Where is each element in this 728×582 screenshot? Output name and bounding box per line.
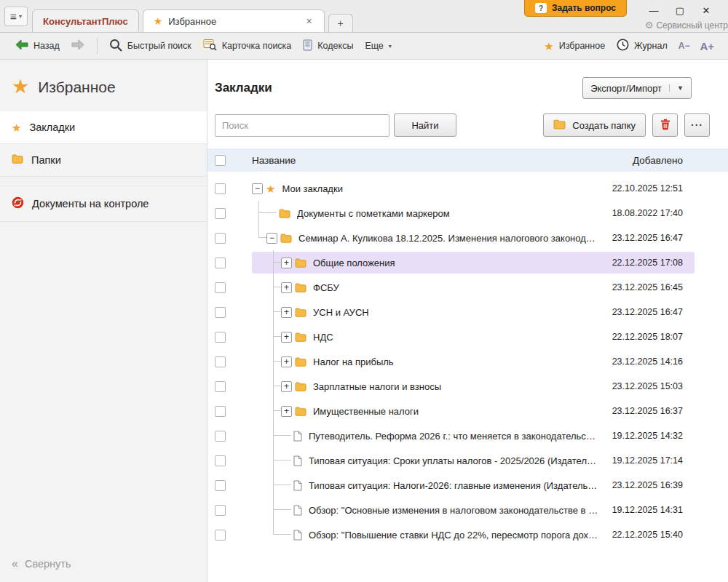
more-menu-button[interactable]: Еще ▾ xyxy=(359,38,397,54)
row-label[interactable]: Налог на прибыль xyxy=(313,356,599,367)
close-tab-icon[interactable]: × xyxy=(305,15,314,27)
row-label[interactable]: Путеводитель. Реформа 2026 г.: что меняе… xyxy=(309,431,599,442)
collapse-node-button[interactable]: − xyxy=(266,233,277,244)
close-button[interactable]: ✕ xyxy=(693,3,719,19)
row-body[interactable]: −★Мои закладки22.10.2025 12:51 xyxy=(252,178,695,199)
row-body[interactable]: Типовая ситуация: Налоги-2026: главные и… xyxy=(252,474,695,496)
tree-row: +Общие положения22.12.2025 17:08 xyxy=(207,250,695,275)
row-label[interactable]: Мои закладки xyxy=(282,183,599,194)
expand-node-button[interactable]: + xyxy=(281,381,292,392)
row-checkbox[interactable] xyxy=(215,406,226,417)
row-body[interactable]: −Семинар А. Куликова 18.12.2025. Изменен… xyxy=(252,227,695,249)
journal-button[interactable]: Журнал xyxy=(611,36,673,56)
tree-guide xyxy=(252,226,266,250)
row-body[interactable]: +ФСБУ23.12.2025 16:45 xyxy=(252,276,695,298)
service-center-link[interactable]: ⚙ Сервисный центр xyxy=(645,20,728,31)
row-body[interactable]: +Налог на прибыль23.12.2025 14:16 xyxy=(252,351,695,372)
row-label[interactable]: Зарплатные налоги и взносы xyxy=(313,381,599,392)
row-checkbox[interactable] xyxy=(215,455,226,466)
tree-guide xyxy=(266,473,281,498)
create-folder-button[interactable]: Создать папку xyxy=(543,113,646,137)
expand-node-button[interactable]: + xyxy=(281,282,292,293)
collapse-sidebar-button[interactable]: « Свернуть xyxy=(12,557,71,570)
row-body[interactable]: Путеводитель. Реформа 2026 г.: что меняе… xyxy=(252,425,695,447)
more-actions-button[interactable]: ··· xyxy=(684,113,710,137)
tree-guide xyxy=(266,423,281,448)
favorites-button[interactable]: ★ Избранное xyxy=(538,38,611,55)
new-tab-button[interactable]: + xyxy=(328,14,353,32)
font-increase-button[interactable]: A+ xyxy=(695,37,719,55)
codes-button[interactable]: Кодексы xyxy=(297,36,359,56)
tab-favorites[interactable]: ★ Избранное × xyxy=(143,9,325,32)
expand-node-button[interactable]: + xyxy=(281,307,292,318)
row-label[interactable]: Семинар А. Куликова 18.12.2025. Изменени… xyxy=(298,233,599,244)
tree-guide xyxy=(266,448,281,473)
quick-search-button[interactable]: Быстрый поиск xyxy=(103,36,197,57)
row-body[interactable]: Обзор: "Основные изменения в налоговом з… xyxy=(252,499,695,521)
row-label[interactable]: Документы с пометками маркером xyxy=(297,208,599,219)
tree-row: Путеводитель. Реформа 2026 г.: что меняе… xyxy=(207,423,695,448)
back-arrow-icon xyxy=(15,39,28,53)
row-checkbox[interactable] xyxy=(215,258,226,268)
codes-book-icon xyxy=(303,39,312,53)
row-label[interactable]: Типовая ситуация: Налоги-2026: главные и… xyxy=(309,480,599,491)
row-label[interactable]: ФСБУ xyxy=(313,282,599,293)
main-menu-button[interactable]: ≡ ▾ xyxy=(4,7,28,26)
row-body[interactable]: +Зарплатные налоги и взносы23.12.2025 15… xyxy=(252,375,695,397)
row-label[interactable]: УСН и АУСН xyxy=(313,307,599,318)
row-checkbox[interactable] xyxy=(215,282,226,293)
forward-button[interactable] xyxy=(66,36,91,56)
sidebar-item-bookmarks[interactable]: ★ Закладки xyxy=(0,111,207,144)
tree-connector xyxy=(266,201,279,226)
row-checkbox[interactable] xyxy=(215,307,226,318)
row-checkbox[interactable] xyxy=(215,530,226,541)
tree-guide xyxy=(266,399,281,423)
sidebar-item-label: Закладки xyxy=(29,121,75,133)
row-checkbox[interactable] xyxy=(215,431,226,442)
expand-node-button[interactable]: + xyxy=(281,356,292,367)
row-body[interactable]: Типовая ситуация: Сроки уплаты налогов -… xyxy=(252,450,695,471)
expand-node-button[interactable]: + xyxy=(281,332,292,343)
ask-question-button[interactable]: ? Задать вопрос xyxy=(524,0,627,17)
collapse-node-button[interactable]: − xyxy=(252,183,263,194)
row-body[interactable]: +Общие положения22.12.2025 17:08 xyxy=(252,252,695,274)
row-body[interactable]: +Имущественные налоги23.12.2025 16:37 xyxy=(252,400,695,422)
expand-node-button[interactable]: + xyxy=(281,406,292,417)
expand-node-button[interactable]: + xyxy=(281,258,292,268)
row-body[interactable]: +НДС22.12.2025 18:07 xyxy=(252,326,695,348)
sidebar-item-label: Документы на контроле xyxy=(32,198,149,210)
folder-icon xyxy=(295,382,306,391)
row-checkbox[interactable] xyxy=(215,332,226,343)
row-checkbox[interactable] xyxy=(215,183,226,194)
sidebar-item-docs-on-control[interactable]: Документы на контроле xyxy=(0,186,207,222)
row-body[interactable]: +УСН и АУСН23.12.2025 16:47 xyxy=(252,301,695,323)
tree-guide xyxy=(252,522,266,547)
row-label[interactable]: Общие положения xyxy=(313,258,599,268)
row-label[interactable]: НДС xyxy=(313,332,599,343)
row-label[interactable]: Имущественные налоги xyxy=(313,406,599,417)
back-button[interactable]: Назад xyxy=(9,36,66,56)
row-label[interactable]: Обзор: "Основные изменения в налоговом з… xyxy=(309,505,599,516)
row-body[interactable]: Обзор: "Повышение ставки НДС до 22%, пер… xyxy=(252,524,695,546)
delete-button[interactable] xyxy=(652,113,678,137)
font-decrease-button[interactable]: A− xyxy=(673,38,695,54)
row-checkbox[interactable] xyxy=(215,233,226,244)
find-button[interactable]: Найти xyxy=(394,113,456,137)
sidebar-item-folders[interactable]: Папки xyxy=(0,144,207,177)
magnifier-icon xyxy=(109,39,122,54)
search-input[interactable] xyxy=(215,114,389,137)
maximize-button[interactable]: ▢ xyxy=(667,3,693,19)
export-import-button[interactable]: Экспорт/Импорт ▼ xyxy=(582,77,692,99)
minimize-button[interactable]: — xyxy=(641,3,667,19)
row-checkbox[interactable] xyxy=(215,208,226,219)
row-checkbox[interactable] xyxy=(215,505,226,516)
tab-consultantplus[interactable]: КонсультантПлюс xyxy=(32,9,139,32)
search-card-button[interactable]: Карточка поиска xyxy=(197,36,298,56)
row-label[interactable]: Типовая ситуация: Сроки уплаты налогов -… xyxy=(309,455,599,466)
row-label[interactable]: Обзор: "Повышение ставки НДС до 22%, пер… xyxy=(309,530,599,541)
row-checkbox[interactable] xyxy=(215,480,226,491)
select-all-checkbox[interactable] xyxy=(215,155,226,166)
row-checkbox[interactable] xyxy=(215,381,226,392)
row-body[interactable]: Документы с пометками маркером18.08.2022… xyxy=(252,202,695,224)
row-checkbox[interactable] xyxy=(215,356,226,367)
